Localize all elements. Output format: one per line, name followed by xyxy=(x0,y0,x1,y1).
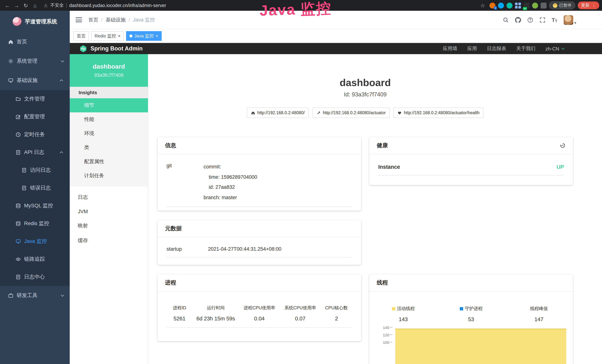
sba-menu-details[interactable]: 细节 xyxy=(70,98,148,112)
address-bar[interactable]: ⚠ 不安全 dashboard.yudao.iocoder.cn/infra/a… xyxy=(44,2,474,9)
sidebar-item-error-log[interactable]: 错误日志 xyxy=(0,179,70,197)
sba-menu-mappings[interactable]: 映射 xyxy=(70,218,148,233)
sba-menu-logfile[interactable]: 日志 xyxy=(70,190,148,205)
bookmark-star-icon[interactable]: ☆ xyxy=(478,1,487,10)
extension-icon-4[interactable] xyxy=(515,2,521,8)
sidebar-item-mysql-monitor[interactable]: MySQL 监控 xyxy=(0,197,70,215)
sidebar-item-label: 错误日志 xyxy=(30,185,51,191)
history-icon[interactable] xyxy=(560,143,566,148)
sidebar-toggle-icon[interactable] xyxy=(76,17,82,22)
sidebar-item-java-monitor[interactable]: Java 监控 xyxy=(0,233,70,250)
chevron-up-icon xyxy=(60,79,63,83)
col-header: 运行时间 xyxy=(193,305,239,311)
sidebar-item-access-log[interactable]: 访问日志 xyxy=(0,161,70,179)
paused-badge[interactable]: 已暂停 xyxy=(549,1,575,9)
folder-icon xyxy=(16,96,21,102)
sba-menu-classes[interactable]: 类 xyxy=(70,140,148,155)
link-health-url[interactable]: http://192.168.0.2:48080/actuator/health xyxy=(393,107,484,118)
sidebar-item-config-manage[interactable]: 配置管理 xyxy=(0,108,70,126)
sidebar-item-dev-tools[interactable]: 研发工具 xyxy=(0,286,70,305)
metadata-key: startup xyxy=(166,246,208,252)
browser-home-icon[interactable]: ⌂ xyxy=(31,1,39,10)
fullscreen-icon[interactable] xyxy=(539,17,545,23)
close-icon[interactable]: × xyxy=(118,34,120,38)
live-threads-area xyxy=(395,328,566,364)
threads-legend-row: 活动线程 守护进程 线程峰值 xyxy=(369,305,573,312)
locale-select[interactable]: zh-CN xyxy=(546,46,564,51)
link-root-url[interactable]: http://192.168.0.2:48080/ xyxy=(247,107,309,118)
tab-java-monitor[interactable]: Java 监控 × xyxy=(126,31,161,41)
sidebar-item-api-log[interactable]: API 日志 xyxy=(0,143,70,161)
sidebar-menu: 首页 系统管理 基础设施 文件管理 xyxy=(0,32,70,305)
sidebar-item-home[interactable]: 首页 xyxy=(0,32,70,52)
insights-group-title: Insights xyxy=(70,87,148,98)
threads-value-row: 143 53 147 xyxy=(369,316,573,322)
breadcrumb-section[interactable]: 基础设施 xyxy=(106,17,126,23)
process-value-row: 5261 6d 23h 15m 59s 0.04 0.07 2 xyxy=(166,315,352,321)
metadata-row: startup 2021-04-27T00:44:31.254+08:00 xyxy=(166,240,352,257)
git-id-line: id: 27aa832 xyxy=(204,182,257,193)
card-title: 元数据 xyxy=(165,225,182,232)
sidebar-item-label: 日志中心 xyxy=(24,274,45,280)
sba-menu-scheduled[interactable]: 计划任务 xyxy=(70,169,148,183)
infra-submenu: 文件管理 配置管理 定时任务 API 日志 xyxy=(0,90,70,286)
instance-header[interactable]: dashboard 93a3fc7f7409 xyxy=(70,54,148,87)
tab-redis-monitor[interactable]: Redis 监控 × xyxy=(91,31,124,41)
sba-nav-wallboard[interactable]: 应用墙 xyxy=(443,45,457,52)
sba-menu-caches[interactable]: 缓存 xyxy=(70,233,148,248)
back-icon[interactable]: ← xyxy=(3,1,11,10)
sidebar-item-label: 文件管理 xyxy=(24,96,45,102)
breadcrumb-home[interactable]: 首页 xyxy=(88,17,98,23)
sidebar-item-label: API 日志 xyxy=(24,149,44,156)
user-menu[interactable]: ▾ xyxy=(564,15,576,25)
github-icon[interactable] xyxy=(515,17,521,23)
document-icon xyxy=(16,274,21,280)
sidebar-item-system[interactable]: 系统管理 xyxy=(0,52,70,71)
search-icon[interactable] xyxy=(503,17,509,23)
link-actuator-url[interactable]: http://192.168.0.2:48080/actuator xyxy=(312,107,390,118)
sba-nav-about[interactable]: 关于我们 xyxy=(516,45,536,52)
sidebar-item-label: 链路追踪 xyxy=(24,256,45,263)
font-size-icon[interactable]: TT xyxy=(552,17,557,23)
sba-menu-metrics[interactable]: 性能 xyxy=(70,112,148,127)
sba-title: Spring Boot Admin xyxy=(90,45,143,52)
sidebar-item-file-manage[interactable]: 文件管理 xyxy=(0,90,70,108)
health-instance-row[interactable]: Instance UP xyxy=(378,158,564,175)
tab-home[interactable]: 首页 xyxy=(74,31,89,41)
cell-value: 5261 xyxy=(166,315,193,321)
link-label: http://192.168.0.2:48080/actuator xyxy=(323,110,386,115)
sidebar-item-trace[interactable]: 链路追踪 xyxy=(0,250,70,268)
extension-icon-3[interactable] xyxy=(506,2,512,8)
sidebar-item-redis-monitor[interactable]: Redis 监控 xyxy=(0,215,70,233)
breadcrumb-separator: / xyxy=(101,17,103,23)
clock-icon xyxy=(16,132,21,137)
extension-icon-6[interactable] xyxy=(532,2,538,8)
sba-menu-configprops[interactable]: 配置属性 xyxy=(70,155,148,169)
legend-label: 线程峰值 xyxy=(530,305,548,312)
browser-menu-icon[interactable]: ⋮ xyxy=(592,3,596,8)
breadcrumb: 首页 / 基础设施 / Java 监控 xyxy=(88,17,155,23)
home-icon xyxy=(8,39,13,44)
sba-nav-journal[interactable]: 日志报表 xyxy=(487,45,506,52)
sba-menu-env[interactable]: 环境 xyxy=(70,127,148,140)
locale-label: zh-CN xyxy=(546,46,559,51)
sidebar-item-log-center[interactable]: 日志中心 xyxy=(0,268,70,286)
close-icon[interactable]: × xyxy=(156,34,158,38)
sba-menu-jvm[interactable]: JVM xyxy=(70,205,148,218)
forward-icon[interactable]: → xyxy=(12,1,21,10)
git-info-row: git commit: time: 1596289704000 id: 27aa… xyxy=(166,157,352,207)
update-button[interactable]: 更新⋮ xyxy=(578,1,599,9)
reload-icon[interactable]: ↻ xyxy=(22,1,30,10)
extension-icon-1[interactable]: 1 xyxy=(489,2,495,8)
caret-down-icon: ▾ xyxy=(574,21,576,25)
sidebar-item-scheduled-job[interactable]: 定时任务 xyxy=(0,126,70,143)
git-commit-line: commit: xyxy=(204,162,257,172)
extension-icon-7[interactable] xyxy=(541,2,547,8)
app-logo[interactable]: 芋道管理系统 xyxy=(0,11,70,32)
extension-icon-2[interactable] xyxy=(498,2,504,8)
help-icon[interactable] xyxy=(527,17,533,23)
sidebar-item-infra[interactable]: 基础设施 xyxy=(0,71,70,90)
sba-nav-applications[interactable]: 应用 xyxy=(467,45,477,52)
extension-icon-5[interactable]: on xyxy=(524,2,529,8)
y-tick: 140 xyxy=(375,325,392,330)
